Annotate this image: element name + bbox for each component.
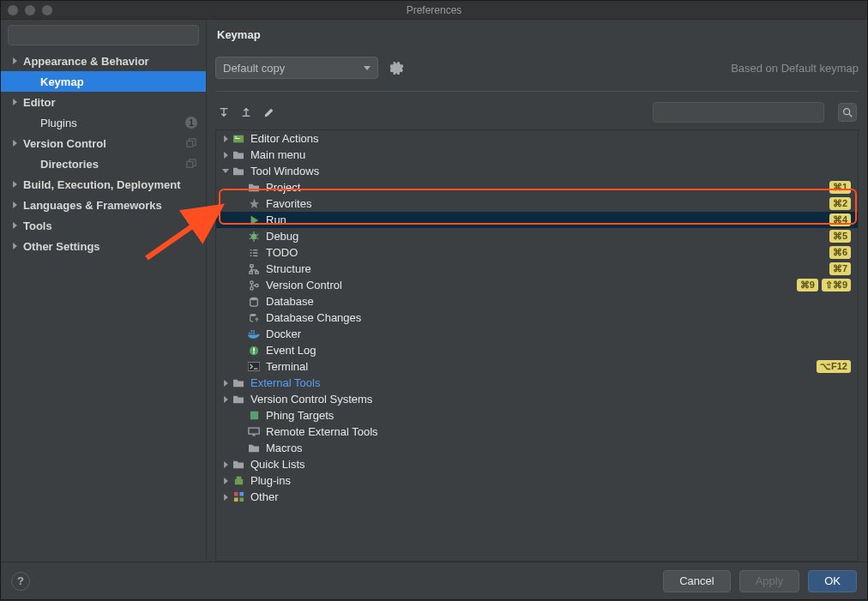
- divider: [215, 91, 859, 92]
- svg-rect-28: [233, 497, 238, 502]
- keymap-tree-row[interactable]: Remote External Tools: [216, 424, 858, 440]
- tree-search-input[interactable]: [653, 102, 824, 123]
- sidebar-item[interactable]: Plugins1: [1, 112, 206, 133]
- star-icon: [247, 197, 261, 211]
- keymap-top-bar: Default copy Based on Default keymap: [215, 57, 859, 79]
- keymap-tree-row[interactable]: Debug⌘5: [216, 228, 858, 244]
- sidebar-item[interactable]: Appearance & Behavior: [1, 51, 206, 71]
- keymap-tree-row[interactable]: Event Log: [216, 342, 858, 358]
- keymap-tree-row[interactable]: Database Changes: [216, 310, 858, 326]
- keymap-tree-row[interactable]: Database: [216, 293, 858, 310]
- chevron-right-icon: [28, 160, 35, 167]
- zoom-window-button[interactable]: [42, 5, 52, 15]
- shortcut-badge: ⇧⌘9: [822, 279, 851, 291]
- keymap-tree-row[interactable]: Editor Actions: [216, 130, 858, 147]
- keymap-tree-row[interactable]: Quick Lists: [216, 456, 858, 472]
- sidebar-item[interactable]: Languages & Frameworks: [1, 195, 206, 215]
- keymap-tree-row[interactable]: Tool Windows: [216, 163, 858, 179]
- svg-rect-0: [187, 141, 193, 147]
- sidebar-item[interactable]: Editor: [1, 92, 206, 112]
- svg-point-6: [251, 233, 257, 239]
- shortcut-badge: ⌘9: [797, 279, 818, 291]
- folder-icon: [232, 393, 245, 406]
- keymap-scheme-dropdown[interactable]: Default copy: [215, 57, 378, 79]
- keymap-tree-row[interactable]: Version Control⌘9⇧⌘9: [216, 277, 858, 293]
- keymap-tree-row[interactable]: Terminal⌥F12: [216, 358, 858, 375]
- svg-rect-24: [250, 412, 257, 419]
- shortcut-badge: ⌥F12: [817, 360, 851, 373]
- keymap-tree-label: Plug-ins: [250, 474, 851, 487]
- sidebar-item[interactable]: Keymap: [1, 71, 206, 92]
- find-action-by-shortcut-icon[interactable]: [838, 103, 857, 122]
- expand-all-icon[interactable]: [217, 105, 231, 119]
- keymap-tree-label: Remote External Tools: [266, 425, 851, 438]
- preferences-window: Preferences Appearance & BehaviorKeymapE…: [0, 0, 868, 600]
- shortcut-badge: ⌘4: [829, 213, 851, 226]
- gear-icon[interactable]: [390, 61, 404, 75]
- share-scope-icon: [185, 138, 197, 148]
- keymap-tree-row[interactable]: External Tools: [216, 375, 858, 391]
- sidebar-item[interactable]: Version Control: [1, 133, 206, 153]
- ok-button[interactable]: OK: [808, 570, 857, 592]
- keymap-tree-label: Editor Actions: [250, 132, 851, 145]
- chevron-right-icon: [221, 396, 230, 403]
- keymap-tree-label: Phing Targets: [266, 409, 851, 422]
- keymap-tree-row[interactable]: Other: [216, 489, 858, 505]
- chevron-right-icon: [221, 461, 230, 468]
- keymap-tree[interactable]: Editor ActionsMain menuTool WindowsProje…: [215, 129, 859, 562]
- keymap-tree-row[interactable]: Structure⌘7: [216, 261, 858, 277]
- sidebar-search-area: [1, 20, 206, 51]
- keymap-tree-row[interactable]: Macros: [216, 440, 858, 456]
- sidebar-item-label: Tools: [23, 219, 197, 232]
- close-window-button[interactable]: [8, 5, 18, 15]
- svg-rect-25: [249, 428, 259, 434]
- sidebar-item-label: Appearance & Behavior: [23, 55, 197, 68]
- svg-rect-18: [251, 330, 253, 332]
- shortcut-badge: ⌘6: [829, 246, 851, 259]
- sidebar-item[interactable]: Tools: [1, 215, 206, 236]
- sidebar-item-label: Keymap: [40, 75, 197, 88]
- sidebar-search-input[interactable]: [8, 25, 199, 45]
- chevron-right-icon: [221, 380, 230, 387]
- svg-rect-15: [249, 333, 250, 334]
- svg-rect-29: [239, 497, 244, 502]
- keymap-scheme-value: Default copy: [223, 62, 285, 75]
- db-icon: [247, 295, 261, 309]
- main-panel: Keymap Default copy Based on Default key…: [207, 20, 867, 562]
- sidebar-item[interactable]: Directories: [1, 153, 206, 174]
- minimize-window-button[interactable]: [25, 5, 35, 15]
- sidebar-item-label: Editor: [23, 96, 197, 109]
- keymap-tree-row[interactable]: Favorites⌘2: [216, 195, 858, 212]
- keymap-tree-row[interactable]: Docker: [216, 326, 858, 342]
- apply-button[interactable]: Apply: [739, 570, 800, 592]
- keymap-tree-row[interactable]: Main menu: [216, 147, 858, 163]
- keymap-tree-label: Event Log: [266, 344, 851, 357]
- keymap-tree-row[interactable]: Version Control Systems: [216, 391, 858, 407]
- cancel-button[interactable]: Cancel: [663, 570, 730, 592]
- folder-icon: [232, 148, 245, 162]
- shortcut-badge: ⌘7: [829, 262, 851, 275]
- chevron-right-icon: [221, 152, 230, 159]
- chevron-right-icon: [11, 201, 18, 208]
- keymap-tree-label: Version Control Systems: [250, 393, 851, 406]
- keymap-tree-row[interactable]: Run⌘4: [216, 212, 858, 228]
- shortcut-badge: ⌘1: [829, 181, 851, 194]
- chevron-down-icon: [364, 66, 371, 70]
- edit-shortcut-icon[interactable]: [262, 105, 275, 119]
- docker-icon: [247, 328, 261, 341]
- sidebar-item[interactable]: Build, Execution, Deployment: [1, 174, 206, 195]
- collapse-all-icon[interactable]: [239, 105, 253, 119]
- keymap-tree-row[interactable]: Project⌘1: [216, 179, 858, 195]
- keymap-tree-label: Debug: [266, 230, 826, 243]
- tree-toolbar: [215, 99, 859, 126]
- window-controls: [8, 5, 52, 15]
- svg-rect-21: [253, 347, 255, 351]
- sidebar-item[interactable]: Other Settings: [1, 236, 206, 256]
- help-button[interactable]: ?: [11, 572, 30, 591]
- keymap-tree-row[interactable]: Plug-ins: [216, 472, 858, 489]
- keymap-tree-row[interactable]: TODO⌘6: [216, 244, 858, 261]
- keymap-tree-row[interactable]: Phing Targets: [216, 407, 858, 424]
- window-body: Appearance & BehaviorKeymapEditorPlugins…: [1, 20, 867, 562]
- svg-rect-7: [250, 264, 253, 267]
- folder-icon: [232, 165, 245, 178]
